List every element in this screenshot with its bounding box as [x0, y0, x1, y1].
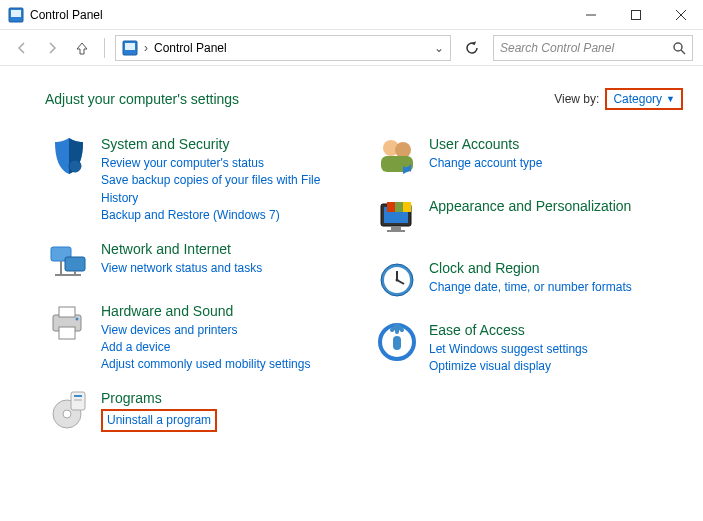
- category-title[interactable]: Ease of Access: [429, 322, 588, 338]
- svg-rect-24: [74, 399, 82, 401]
- navbar: › Control Panel ⌄: [0, 30, 703, 66]
- svg-line-9: [681, 50, 685, 54]
- minimize-button[interactable]: [568, 0, 613, 30]
- svg-rect-7: [125, 43, 135, 50]
- breadcrumb-item[interactable]: Control Panel: [154, 41, 227, 55]
- chevron-down-icon[interactable]: ⌄: [233, 41, 444, 55]
- category-link[interactable]: Add a device: [101, 339, 310, 356]
- category-clock-region: Clock and Region Change date, time, or n…: [373, 258, 683, 306]
- programs-icon: [45, 388, 93, 436]
- svg-rect-18: [59, 327, 75, 339]
- viewby-value: Category: [613, 92, 662, 106]
- svg-rect-12: [65, 257, 85, 271]
- back-button[interactable]: [10, 36, 34, 60]
- svg-rect-23: [74, 395, 82, 397]
- category-hardware-sound: Hardware and Sound View devices and prin…: [45, 301, 355, 374]
- category-title[interactable]: Programs: [101, 390, 217, 406]
- user-accounts-icon: [373, 134, 421, 182]
- close-button[interactable]: [658, 0, 703, 30]
- category-title[interactable]: System and Security: [101, 136, 355, 152]
- separator: [104, 38, 105, 58]
- category-link[interactable]: Backup and Restore (Windows 7): [101, 207, 355, 224]
- category-title[interactable]: Clock and Region: [429, 260, 632, 276]
- window-title: Control Panel: [30, 8, 568, 22]
- svg-point-10: [69, 160, 81, 172]
- forward-button[interactable]: [40, 36, 64, 60]
- category-column-left: System and Security Review your computer…: [45, 134, 355, 450]
- svg-rect-34: [387, 230, 405, 232]
- category-link[interactable]: Adjust commonly used mobility settings: [101, 356, 310, 373]
- category-system-security: System and Security Review your computer…: [45, 134, 355, 225]
- category-link[interactable]: Change date, time, or number formats: [429, 279, 632, 296]
- category-user-accounts: User Accounts Change account type: [373, 134, 683, 182]
- category-link[interactable]: View network status and tasks: [101, 260, 262, 277]
- refresh-button[interactable]: [457, 35, 487, 61]
- category-title[interactable]: Appearance and Personalization: [429, 198, 631, 214]
- page-heading: Adjust your computer's settings: [45, 91, 239, 107]
- svg-point-21: [63, 410, 71, 418]
- category-network-internet: Network and Internet View network status…: [45, 239, 355, 287]
- clock-icon: [373, 258, 421, 306]
- viewby-dropdown[interactable]: Category ▼: [605, 88, 683, 110]
- chevron-down-icon: ▼: [666, 94, 675, 104]
- category-link[interactable]: Optimize visual display: [429, 358, 588, 375]
- control-panel-icon: [122, 40, 138, 56]
- content-area: Adjust your computer's settings View by:…: [0, 66, 703, 470]
- category-appearance: Appearance and Personalization: [373, 196, 683, 244]
- shield-icon: [45, 134, 93, 182]
- category-link[interactable]: Let Windows suggest settings: [429, 341, 588, 358]
- category-title[interactable]: User Accounts: [429, 136, 542, 152]
- category-column-right: User Accounts Change account type Appear…: [373, 134, 683, 450]
- category-title[interactable]: Hardware and Sound: [101, 303, 310, 319]
- network-icon: [45, 239, 93, 287]
- viewby-label: View by:: [554, 92, 599, 106]
- svg-rect-33: [391, 226, 401, 230]
- up-button[interactable]: [70, 36, 94, 60]
- svg-rect-3: [631, 10, 640, 19]
- address-bar[interactable]: › Control Panel ⌄: [115, 35, 451, 61]
- category-link[interactable]: Change account type: [429, 155, 542, 172]
- svg-rect-32: [395, 202, 403, 212]
- svg-rect-1: [11, 10, 21, 17]
- svg-point-8: [674, 43, 682, 51]
- category-ease-of-access: Ease of Access Let Windows suggest setti…: [373, 320, 683, 376]
- search-box[interactable]: [493, 35, 693, 61]
- svg-rect-17: [59, 307, 75, 317]
- search-input[interactable]: [500, 41, 672, 55]
- control-panel-icon: [8, 7, 24, 23]
- svg-point-39: [396, 279, 399, 282]
- printer-icon: [45, 301, 93, 349]
- category-programs: Programs Uninstall a program: [45, 388, 355, 436]
- search-icon[interactable]: [672, 41, 686, 55]
- category-link[interactable]: Review your computer's status: [101, 155, 355, 172]
- titlebar: Control Panel: [0, 0, 703, 30]
- appearance-icon: [373, 196, 421, 244]
- category-link[interactable]: Save backup copies of your files with Fi…: [101, 172, 355, 207]
- svg-rect-41: [393, 336, 401, 350]
- category-link-uninstall[interactable]: Uninstall a program: [107, 412, 211, 429]
- ease-of-access-icon: [373, 320, 421, 368]
- category-title[interactable]: Network and Internet: [101, 241, 262, 257]
- svg-point-19: [76, 317, 79, 320]
- chevron-right-icon: ›: [144, 41, 148, 55]
- svg-rect-31: [387, 202, 395, 212]
- maximize-button[interactable]: [613, 0, 658, 30]
- svg-point-26: [395, 142, 411, 158]
- category-link[interactable]: View devices and printers: [101, 322, 310, 339]
